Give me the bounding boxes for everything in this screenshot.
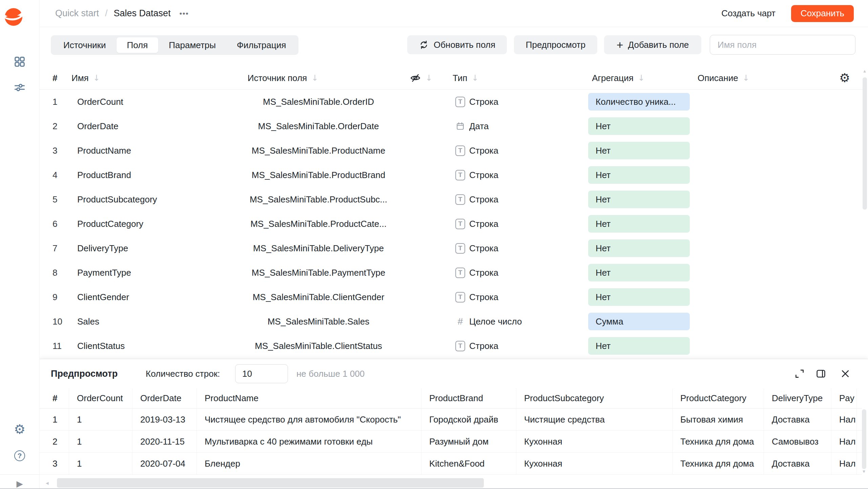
- aggregation-select[interactable]: Нет: [588, 166, 690, 184]
- field-source: MS_SalesMiniTable.OrderID: [220, 97, 417, 107]
- sort-icon[interactable]: ↓: [743, 73, 749, 83]
- column-header-description[interactable]: Описание↓: [698, 66, 749, 90]
- row-index: 2: [40, 121, 71, 132]
- tab-filtering[interactable]: Фильтрация: [226, 37, 296, 53]
- fields-vertical-scrollbar[interactable]: [863, 77, 867, 210]
- field-row[interactable]: 3ProductNameMS_SalesMiniTable.ProductNam…: [40, 138, 863, 163]
- aggregation-cell: Нет: [586, 166, 691, 184]
- field-row[interactable]: 7DeliveryTypeMS_SalesMiniTable.DeliveryT…: [40, 236, 863, 260]
- column-header-aggregation[interactable]: Агрегация↓: [586, 66, 650, 90]
- aggregation-select[interactable]: Нет: [588, 239, 690, 257]
- sidebar: ⚙ ? ▶: [0, 0, 40, 489]
- preview-expand-icon[interactable]: [793, 368, 806, 380]
- preview-cell: 2019-03-13: [132, 409, 197, 430]
- fields-scroll-up-icon[interactable]: ▴: [862, 68, 867, 74]
- field-type-label: Строка: [469, 97, 498, 107]
- save-button[interactable]: Сохранить: [791, 5, 854, 22]
- row-index: 3: [40, 145, 71, 156]
- tab-sources[interactable]: Источники: [53, 37, 117, 53]
- field-type-label: Строка: [469, 219, 498, 229]
- field-name-search-input[interactable]: [710, 35, 855, 55]
- preview-split-view-icon[interactable]: [815, 368, 827, 380]
- aggregation-select[interactable]: Нет: [588, 117, 690, 135]
- row-count-input[interactable]: [235, 364, 288, 383]
- sort-icon[interactable]: ↓: [311, 73, 318, 83]
- preview-vertical-scrollbar[interactable]: [862, 409, 866, 469]
- breadcrumb-quick-start[interactable]: Quick start: [55, 8, 99, 19]
- string-type-icon: T: [455, 341, 465, 351]
- sort-icon[interactable]: ↓: [472, 73, 478, 83]
- preview-horizontal-scrollbar[interactable]: [57, 478, 484, 488]
- preview-row: 212020-11-15Мультиварка с 40 режимами го…: [40, 431, 862, 453]
- preview-cell: Бытовая химия: [672, 409, 764, 430]
- aggregation-select[interactable]: Количество уника...: [588, 93, 690, 111]
- field-row[interactable]: 4ProductBrandMS_SalesMiniTable.ProductBr…: [40, 163, 863, 187]
- column-header-source[interactable]: Источник поля↓: [220, 66, 346, 90]
- sidebar-gear-icon[interactable]: ⚙: [13, 423, 26, 436]
- aggregation-select[interactable]: Нет: [588, 191, 690, 208]
- tab-parameters[interactable]: Параметры: [158, 37, 226, 53]
- preview-hscroll-track: ◂: [40, 478, 868, 488]
- preview-column-header: Pay: [831, 388, 856, 408]
- sort-icon[interactable]: ↓: [426, 73, 432, 83]
- preview-cell: Разумный дом: [421, 431, 516, 452]
- column-header-visibility[interactable]: ↓: [410, 66, 432, 90]
- field-row[interactable]: 9ClientGenderMS_SalesMiniTable.ClientGen…: [40, 285, 863, 309]
- preview-scroll-down-icon[interactable]: ▾: [861, 468, 867, 474]
- preview-cell: Городской драйв: [421, 409, 516, 430]
- aggregation-cell: Нет: [586, 264, 691, 281]
- field-type: #Целое число: [451, 316, 586, 327]
- add-field-label: Добавить поле: [628, 40, 689, 50]
- preview-cell: Мультиварка с 40 режимами готовки еды: [197, 431, 421, 452]
- sort-icon[interactable]: ↓: [638, 73, 645, 83]
- field-row[interactable]: 2OrderDateMS_SalesMiniTable.OrderDateДат…: [40, 114, 863, 138]
- aggregation-select[interactable]: Нет: [588, 215, 690, 233]
- preview-close-icon[interactable]: [839, 368, 851, 380]
- preview-cell: Самовывоз: [764, 431, 831, 452]
- refresh-fields-button[interactable]: Обновить поля: [407, 35, 507, 54]
- page-title: Sales Dataset: [114, 8, 171, 19]
- field-row[interactable]: 11ClientStatusMS_SalesMiniTable.ClientSt…: [40, 334, 863, 358]
- create-chart-button[interactable]: Создать чарт: [715, 5, 782, 22]
- field-source: MS_SalesMiniTable.Sales: [220, 316, 417, 327]
- settings-sliders-icon[interactable]: [13, 81, 26, 94]
- preview-toggle-button[interactable]: Предпросмотр: [514, 35, 597, 54]
- field-row[interactable]: 1OrderCountMS_SalesMiniTable.OrderIDTСтр…: [40, 90, 863, 114]
- help-icon[interactable]: ?: [13, 449, 26, 463]
- topbar-actions: Создать чарт Сохранить: [715, 5, 868, 22]
- datalens-logo-icon[interactable]: [5, 8, 22, 26]
- aggregation-select[interactable]: Нет: [588, 337, 690, 355]
- table-settings-gear-icon[interactable]: ⚙: [839, 66, 850, 90]
- field-source: MS_SalesMiniTable.ClientGender: [220, 292, 417, 302]
- navigation-grid-icon[interactable]: [13, 55, 26, 69]
- aggregation-select[interactable]: Нет: [588, 288, 690, 306]
- column-header-name[interactable]: Имя↓: [71, 66, 100, 90]
- dataset-tabs: Источники Поля Параметры Фильтрация: [51, 35, 298, 55]
- column-header-type[interactable]: Тип↓: [453, 66, 478, 90]
- column-header-name-label: Имя: [71, 73, 89, 83]
- preview-cell: Доставка: [764, 409, 831, 430]
- aggregation-select[interactable]: Нет: [588, 142, 690, 159]
- aggregation-select[interactable]: Нет: [588, 264, 690, 281]
- field-type: TСтрока: [451, 243, 586, 254]
- aggregation-select[interactable]: Сумма: [588, 313, 690, 330]
- scroll-left-icon[interactable]: ◂: [46, 480, 49, 487]
- string-type-icon: T: [455, 97, 465, 107]
- field-source: MS_SalesMiniTable.ClientStatus: [220, 341, 417, 351]
- field-row[interactable]: 8PaymentTypeMS_SalesMiniTable.PaymentTyp…: [40, 260, 863, 285]
- more-menu-icon[interactable]: •••: [180, 9, 189, 18]
- preview-cell: Техника для дома: [672, 453, 764, 474]
- preview-cell: 2020-11-15: [132, 431, 197, 452]
- sort-icon[interactable]: ↓: [93, 73, 100, 83]
- preview-cell: Чистящее средство для автомобиля "Скорос…: [197, 409, 421, 430]
- tab-fields[interactable]: Поля: [117, 37, 159, 53]
- add-field-button[interactable]: +Добавить поле: [604, 35, 701, 54]
- field-row[interactable]: 5ProductSubcategoryMS_SalesMiniTable.Pro…: [40, 187, 863, 212]
- field-row[interactable]: 6ProductCategoryMS_SalesMiniTable.Produc…: [40, 212, 863, 236]
- expand-sidebar-icon[interactable]: ▶: [13, 477, 26, 489]
- field-type: TСтрока: [451, 292, 586, 302]
- preview-column-header: #: [40, 388, 69, 408]
- field-row[interactable]: 10SalesMS_SalesMiniTable.Sales#Целое чис…: [40, 309, 863, 334]
- row-index: 6: [40, 219, 71, 229]
- row-index: 8: [40, 268, 71, 278]
